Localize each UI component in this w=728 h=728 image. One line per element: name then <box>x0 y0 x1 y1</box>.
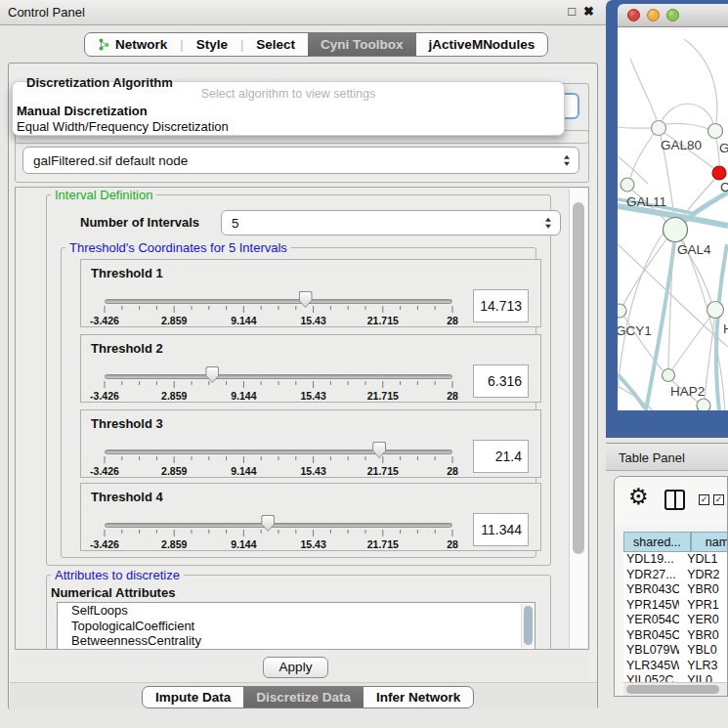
column-header-name[interactable]: name <box>691 532 728 552</box>
threshold-value-field[interactable]: 14.713 <box>473 289 529 322</box>
svg-text:-3.426: -3.426 <box>90 390 119 402</box>
network-window-titlebar[interactable] <box>618 4 728 27</box>
threshold-slider-track[interactable] <box>105 374 452 379</box>
table-horizontal-scrollbar[interactable] <box>623 682 727 696</box>
attributes-scrollbar[interactable] <box>521 604 534 648</box>
float-window-icon[interactable]: □ <box>568 4 576 19</box>
node-red[interactable] <box>712 166 726 180</box>
threshold-slider-track[interactable] <box>105 450 452 454</box>
svg-text:-3.426: -3.426 <box>90 538 119 550</box>
threshold-slider-scale: -3.4262.8599.14415.4321.71528 <box>81 306 476 329</box>
table-data-combo[interactable]: galFiltered.sif default node <box>22 147 579 174</box>
svg-text:15.43: 15.43 <box>300 465 325 477</box>
threshold-value-field[interactable]: 21.4 <box>473 440 529 473</box>
numerical-attributes-list[interactable]: SelfLoopsTopologicalCoefficientBetweenne… <box>57 602 535 650</box>
node-label: GAL11 <box>626 194 666 209</box>
node-gal11[interactable] <box>621 178 634 192</box>
checkbox-icon[interactable]: ✓ <box>699 494 709 505</box>
attribute-item-betweennesscentrality[interactable]: BetweennessCentrality <box>58 633 535 649</box>
settings-scrollbar-thumb[interactable] <box>573 202 584 554</box>
tab-cyni-toolbox[interactable]: Cyni Toolbox <box>308 33 416 56</box>
node-label: HAP2 <box>670 384 705 399</box>
svg-text:15.43: 15.43 <box>300 538 325 550</box>
node-gal80[interactable] <box>652 121 666 136</box>
tab-jactivemnodules[interactable]: jActiveMNodules <box>416 33 548 56</box>
tab-label: Select <box>256 37 295 52</box>
node-gcy1[interactable] <box>618 304 626 318</box>
node-top-right[interactable] <box>708 124 723 139</box>
apply-button[interactable]: Apply <box>263 657 328 678</box>
close-panel-icon[interactable]: ✖ <box>583 4 594 19</box>
control-panel-title: Control Panel <box>8 5 85 20</box>
cell-shared-name: YIL052C <box>623 673 679 682</box>
cell-name: YLR3 <box>679 659 727 674</box>
control-panel-tabs: Network|Style|SelectCyni ToolboxjActiveM… <box>84 32 548 57</box>
node-label: GCY1 <box>618 323 652 338</box>
threshold-value-field[interactable]: 6.316 <box>473 364 529 398</box>
svg-text:2.859: 2.859 <box>161 390 187 402</box>
minimize-traffic-light-icon[interactable] <box>647 9 660 21</box>
tab-label: Infer Network <box>376 690 460 705</box>
threshold-value-field[interactable]: 11.344 <box>473 513 529 546</box>
algorithm-option-equal-width[interactable]: Equal Width/Frequency Discretization <box>17 119 560 135</box>
threshold-group-title: Threshold's Coordinates for 5 Intervals <box>65 240 291 255</box>
node-h[interactable] <box>707 302 724 319</box>
attribute-item-topologicalcoefficient[interactable]: TopologicalCoefficient <box>58 619 535 634</box>
interval-group-title: Interval Definition <box>51 188 156 202</box>
threshold-label: Threshold 3 <box>91 416 163 431</box>
svg-text:9.144: 9.144 <box>231 538 256 550</box>
table-row[interactable]: YER054CYER0 <box>623 613 727 628</box>
cell-name: YDR2 <box>679 568 727 583</box>
table-row[interactable]: YBL079WYBL0 <box>623 643 727 659</box>
zoom-traffic-light-icon[interactable] <box>666 9 679 21</box>
checkbox-icon[interactable]: ✓ <box>713 494 724 505</box>
table-row[interactable]: YIL052CYIL0 <box>623 673 727 682</box>
table-body: YDL19...YDL1YDR27...YDR2YBR043CYBR0YPR14… <box>623 552 727 682</box>
table-panel-title: Table Panel <box>619 450 685 465</box>
table-row[interactable]: YDR27...YDR2 <box>623 568 727 583</box>
threshold-slider-track[interactable] <box>105 523 452 528</box>
tab-impute-data[interactable]: Impute Data <box>143 687 243 707</box>
settings-scrollbar[interactable] <box>569 189 587 648</box>
algorithm-option-manual[interactable]: Manual Discretization <box>17 104 560 119</box>
node-label: GAL80 <box>661 138 702 152</box>
attribute-item-selfloops[interactable]: SelfLoops <box>58 603 535 619</box>
column-layout-icon[interactable] <box>664 490 685 510</box>
node-label: GAL4 <box>677 242 711 257</box>
table-row[interactable]: YPR145WYPR1 <box>623 598 727 614</box>
table-panel-titlebar: Table Panel <box>606 443 728 471</box>
svg-text:21.715: 21.715 <box>367 390 399 402</box>
network-graph: GAL80GACGAL11GAL4GCY1HHAP2 <box>618 27 728 410</box>
tab-infer-network[interactable]: Infer Network <box>364 687 473 707</box>
network-edge <box>618 374 645 408</box>
svg-text:-3.426: -3.426 <box>90 465 119 477</box>
network-edge <box>684 39 717 123</box>
table-row[interactable]: YLR345WYLR3 <box>623 659 727 674</box>
svg-text:21.715: 21.715 <box>367 465 399 477</box>
gear-icon[interactable]: ⚙ <box>628 486 649 508</box>
node-bottom[interactable] <box>697 399 710 410</box>
tab-style[interactable]: Style <box>184 33 240 56</box>
threshold-slider-track[interactable] <box>105 299 452 304</box>
node-hap2[interactable] <box>663 369 675 382</box>
node-gal4[interactable] <box>664 218 688 242</box>
tab-label: Style <box>196 37 228 52</box>
tab-select[interactable]: Select <box>243 33 308 56</box>
svg-text:28: 28 <box>447 465 458 477</box>
close-traffic-light-icon[interactable] <box>627 9 640 21</box>
svg-text:28: 28 <box>447 315 458 326</box>
tab-discretize-data[interactable]: Discretize Data <box>243 687 364 707</box>
network-canvas[interactable]: GAL80GACGAL11GAL4GCY1HHAP2 <box>618 27 728 410</box>
cell-shared-name: YPR145W <box>623 598 679 614</box>
cell-name: YDL1 <box>679 552 727 568</box>
table-row[interactable]: YBR043CYBR0 <box>623 582 727 598</box>
cell-shared-name: YBL079W <box>623 643 679 659</box>
svg-text:28: 28 <box>447 390 458 402</box>
column-header-shared-name[interactable]: shared... <box>623 532 691 552</box>
num-intervals-label: Number of Intervals <box>80 215 199 230</box>
combo-stepper-icon <box>564 155 570 166</box>
table-row[interactable]: YBR045CYBR0 <box>623 628 727 644</box>
num-intervals-combo[interactable]: 5 <box>221 210 561 236</box>
table-row[interactable]: YDL19...YDL1 <box>623 552 727 568</box>
tab-network[interactable]: Network <box>85 33 180 56</box>
